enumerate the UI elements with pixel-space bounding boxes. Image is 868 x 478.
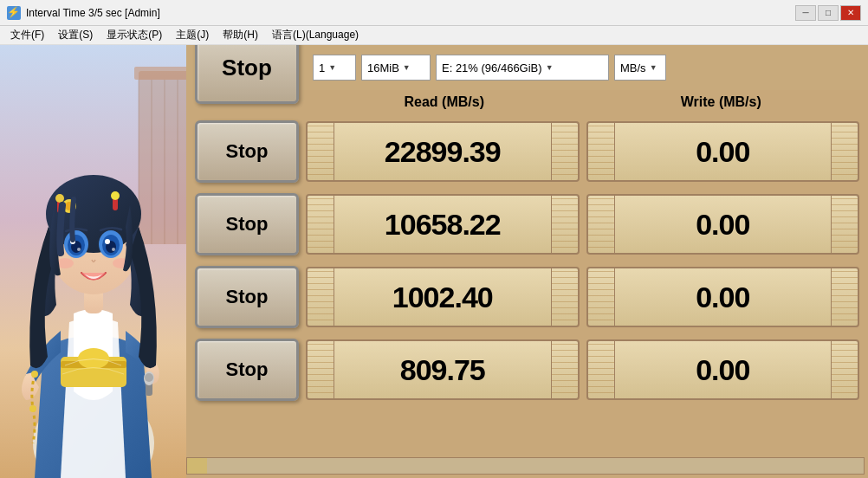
- benchmark-panel: Stop 1 ▼ 16MiB ▼ E: 21% (96/466GiB) ▼ MB…: [186, 45, 868, 478]
- svg-point-36: [29, 405, 36, 412]
- column-headers: Read (MB/s) Write (MB/s): [297, 90, 868, 114]
- svg-point-24: [105, 239, 110, 244]
- write-value-4: 0.00: [586, 339, 860, 400]
- window-controls: ─ □ ✕: [795, 5, 861, 21]
- window-title: Interval Time 3/5 sec [Admin]: [26, 7, 795, 19]
- read-header: Read (MB/s): [306, 94, 583, 110]
- write-value-2: 0.00: [586, 194, 860, 255]
- menu-theme[interactable]: 主题(J): [169, 26, 216, 44]
- close-button[interactable]: ✕: [840, 5, 861, 21]
- menu-file[interactable]: 文件(F): [3, 26, 51, 44]
- anime-background: [0, 45, 186, 478]
- drive-dropdown[interactable]: E: 21% (96/466GiB) ▼: [436, 55, 609, 81]
- queue-dropdown[interactable]: 1 ▼: [313, 55, 356, 81]
- svg-point-33: [111, 191, 120, 200]
- stop-button-1[interactable]: Stop: [195, 120, 299, 183]
- svg-point-13: [145, 373, 153, 382]
- progress-bar-fill: [187, 458, 207, 474]
- drive-arrow-icon: ▼: [546, 63, 554, 72]
- minimize-button[interactable]: ─: [795, 5, 816, 21]
- svg-point-34: [55, 194, 64, 203]
- stop-button-3[interactable]: Stop: [195, 266, 299, 328]
- menu-display[interactable]: 显示状态(P): [100, 26, 169, 44]
- app-icon: ⚡: [7, 6, 21, 20]
- maximize-button[interactable]: □: [818, 5, 839, 21]
- main-content: Stop 1 ▼ 16MiB ▼ E: 21% (96/466GiB) ▼ MB…: [0, 45, 868, 478]
- table-row: Stop 10658.22 0.00: [195, 189, 859, 260]
- table-row: Stop 809.75 0.00: [195, 334, 859, 405]
- toolbar-row: Stop 1 ▼ 16MiB ▼ E: 21% (96/466GiB) ▼ MB…: [186, 45, 868, 90]
- write-value-3: 0.00: [586, 267, 860, 327]
- unit-dropdown[interactable]: MB/s ▼: [614, 55, 666, 81]
- data-rows: Stop 22899.39 0.00 Stop 10658.22 0.00: [186, 114, 868, 409]
- read-value-1: 22899.39: [306, 121, 580, 182]
- svg-point-25: [77, 248, 81, 251]
- main-stop-button[interactable]: Stop: [195, 45, 299, 104]
- title-bar: ⚡ Interval Time 3/5 sec [Admin] ─ □ ✕: [0, 0, 868, 26]
- progress-bar: [186, 457, 865, 475]
- stop-button-2[interactable]: Stop: [195, 193, 299, 255]
- svg-point-35: [31, 371, 38, 378]
- stop-button-4[interactable]: Stop: [195, 339, 299, 401]
- write-header: Write (MB/s): [583, 94, 860, 110]
- menu-bar: 文件(F) 设置(S) 显示状态(P) 主题(J) 帮助(H) 语言(L)(La…: [0, 26, 868, 45]
- table-row: Stop 22899.39 0.00: [195, 116, 859, 187]
- svg-point-26: [112, 248, 115, 251]
- size-dropdown[interactable]: 16MiB ▼: [361, 55, 431, 81]
- unit-arrow-icon: ▼: [650, 63, 657, 72]
- queue-arrow-icon: ▼: [328, 63, 336, 72]
- svg-rect-1: [139, 71, 186, 244]
- read-value-4: 809.75: [306, 339, 580, 400]
- size-arrow-icon: ▼: [403, 63, 411, 72]
- read-value-2: 10658.22: [306, 194, 580, 255]
- table-row: Stop 1002.40 0.00: [195, 262, 859, 333]
- menu-settings[interactable]: 设置(S): [51, 26, 100, 44]
- menu-help[interactable]: 帮助(H): [216, 26, 265, 44]
- write-value-1: 0.00: [586, 121, 860, 182]
- read-value-3: 1002.40: [306, 267, 580, 327]
- menu-language[interactable]: 语言(L)(Language): [265, 26, 366, 44]
- svg-rect-2: [134, 67, 186, 80]
